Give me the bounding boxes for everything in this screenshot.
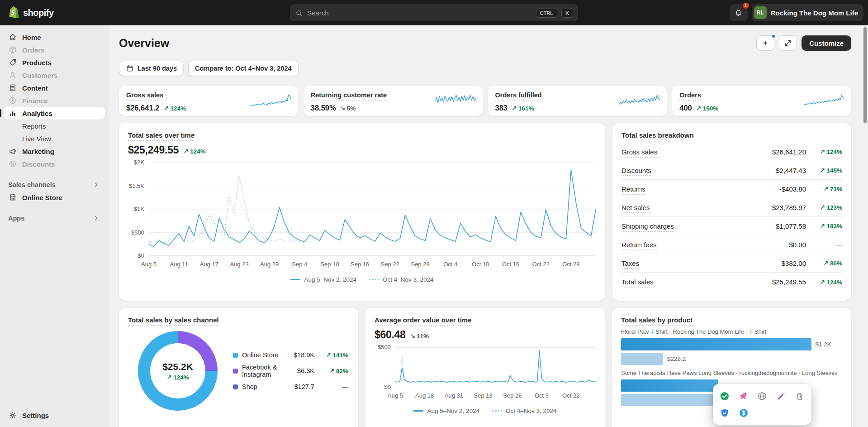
channel-legend-row-shop[interactable]: Shop$127.7— xyxy=(233,383,348,390)
insights-button[interactable] xyxy=(756,35,774,51)
header-actions: Customize xyxy=(756,35,851,51)
total-sales-chart: $2K$1.5K$1K$500$0Aug 5Aug 11Aug 17Aug 23… xyxy=(128,163,596,272)
breakdown-value: $25,249.55 xyxy=(772,278,806,286)
legend-item[interactable]: Oct 4–Nov 3, 2024 xyxy=(492,408,557,414)
sidebar-item-customers[interactable]: Customers xyxy=(4,69,105,82)
sidebar-item-home[interactable]: Home xyxy=(4,31,105,43)
notification-badge: 1 xyxy=(742,2,750,10)
channel-label: Online Store xyxy=(242,351,281,359)
card-title[interactable]: Average order value over time xyxy=(375,316,596,324)
shopify-logo[interactable]: shopify xyxy=(8,6,54,20)
plot-area: Aug 5Aug 18Aug 31Sep 13Sep 26Oct 9Oct 22 xyxy=(395,347,596,403)
legend-item[interactable]: Aug 5–Nov 2, 2024 xyxy=(290,276,356,283)
check-icon[interactable] xyxy=(719,391,730,402)
sidebar-item-orders[interactable]: Orders xyxy=(4,43,105,56)
search-bar[interactable]: Search CTRL K xyxy=(290,5,578,21)
x-axis-label: Sep 4 xyxy=(292,261,307,268)
sidebar-item-live-view[interactable]: Live View xyxy=(4,132,105,145)
donut-total-value: $25.2K xyxy=(162,361,193,372)
total-sales-over-time-card: Total sales over time $25,249.55 ↗ 124% … xyxy=(119,123,605,301)
x-axis-label: Sep 13 xyxy=(474,392,493,399)
breakdown-row-net-sales[interactable]: Net sales$23,789.97↗ 123% xyxy=(621,198,842,217)
bluetooth-icon[interactable] xyxy=(738,408,749,418)
compare-button[interactable]: Compare to: Oct 4–Nov 3, 2024 xyxy=(188,61,299,76)
breakdown-change: ↗ 124% xyxy=(806,278,842,286)
metric-change: ↗ 150% xyxy=(696,105,719,112)
card-title[interactable]: Total sales by sales channel xyxy=(128,316,349,324)
sidebar-item-analytics[interactable]: Analytics xyxy=(4,107,105,120)
channel-label: Shop xyxy=(242,383,281,390)
scrollbar-thumb[interactable] xyxy=(863,27,867,123)
product-name: Some Therapists Have Paws Long Sleeves ·… xyxy=(621,369,842,376)
product-name: Floral Paw T-Shirt · Rocking The Dog Mom… xyxy=(621,328,842,335)
sidebar-item-online-store[interactable]: Online Store xyxy=(4,191,105,204)
legend-item[interactable]: Aug 5–Nov 2, 2024 xyxy=(413,408,479,414)
globe-icon[interactable] xyxy=(757,391,768,402)
metric-card-gross-sales[interactable]: Gross sales$26,641.2↗ 124% xyxy=(119,86,298,116)
breakdown-row-returns[interactable]: Returns-$403.80↗ 71% xyxy=(621,180,842,198)
sales-channels-header[interactable]: Sales channels xyxy=(4,178,105,191)
date-range-button[interactable]: Last 90 days xyxy=(119,61,184,76)
product-bar[interactable] xyxy=(621,379,718,392)
breakdown-row-taxes[interactable]: Taxes$382.00↗ 86% xyxy=(621,254,842,273)
sidebar-item-products[interactable]: Products xyxy=(4,56,105,69)
channel-legend-row-facebook-instagram[interactable]: Facebook & Instagram$6.3K↗ 82% xyxy=(233,364,348,378)
card-title[interactable]: Total sales over time xyxy=(128,131,596,139)
sidebar-item-discounts[interactable]: Discounts xyxy=(4,158,105,170)
sidebar-item-content[interactable]: Content xyxy=(4,82,105,94)
metric-card-returning-customer-rate[interactable]: Returning customer rate38.59%↘ 5% xyxy=(304,86,483,116)
legend-item[interactable]: Oct 4–Nov 3, 2024 xyxy=(369,276,434,283)
channel-swatch xyxy=(233,384,238,389)
sales-channels-label: Sales channels xyxy=(8,181,56,188)
x-axis-label: Sep 22 xyxy=(381,261,399,268)
y-axis: $500$0 xyxy=(375,347,395,387)
channel-value: $127.7 xyxy=(285,383,314,390)
channel-change: ↗ 141% xyxy=(318,351,348,359)
total-sales-stat: $25,249.55 ↗ 124% xyxy=(128,144,596,156)
legend-label: Aug 5–Nov 2, 2024 xyxy=(304,276,356,283)
breakdown-label: Shipping charges xyxy=(621,222,674,232)
channel-legend-row-online-store[interactable]: Online Store$18.9K↗ 141% xyxy=(233,351,348,359)
legend-label: Aug 5–Nov 2, 2024 xyxy=(427,408,479,414)
breakdown-label: Net sales xyxy=(621,204,650,213)
shopify-bag-icon xyxy=(8,6,19,20)
sidebar-item-label: Content xyxy=(22,84,48,92)
trash-icon[interactable] xyxy=(794,391,805,402)
product-bar[interactable] xyxy=(621,394,714,406)
shield-icon[interactable] xyxy=(719,408,730,418)
metric-sparkline xyxy=(250,93,292,111)
breakdown-row-return-fees[interactable]: Return fees$0.00— xyxy=(621,235,842,254)
sidebar-item-settings[interactable]: Settings xyxy=(4,409,105,422)
sidebar-item-label: Discounts xyxy=(22,160,55,168)
customize-button[interactable]: Customize xyxy=(802,35,851,51)
sidebar-item-finance[interactable]: Finance xyxy=(4,94,105,107)
notifications-button[interactable]: 1 xyxy=(730,4,748,21)
x-axis-label: Aug 5 xyxy=(141,261,157,268)
breakdown-row-gross-sales[interactable]: Gross sales$26,641.20↗ 124% xyxy=(621,143,842,161)
card-title-text: Total sales breakdown xyxy=(621,131,694,140)
card-title[interactable]: Total sales by product xyxy=(621,316,842,324)
product-bar[interactable] xyxy=(621,353,663,365)
breakdown-row-discounts[interactable]: Discounts-$2,447.43↗ 145% xyxy=(621,161,842,180)
pencil-icon[interactable] xyxy=(776,391,787,402)
sales-by-channel-card: Total sales by sales channel $25.2K↗ 124… xyxy=(119,308,358,427)
store-menu[interactable]: RL Rocking The Dog Mom Life xyxy=(752,4,863,21)
breakdown-value: $382.00 xyxy=(782,259,806,267)
metric-card-orders[interactable]: Orders400↗ 150% xyxy=(672,86,851,116)
breakdown-value: -$2,447.43 xyxy=(773,167,806,174)
avg-order-value: $60.48 xyxy=(375,329,406,341)
insights-icon xyxy=(761,39,769,47)
x-axis-label: Sep 28 xyxy=(411,261,429,268)
sidebar-item-reports[interactable]: Reports xyxy=(4,120,105,132)
metric-card-orders-fulfilled[interactable]: Orders fulfilled383↗ 161% xyxy=(488,86,667,116)
x-axis-label: Oct 28 xyxy=(562,261,579,268)
sidebar-item-marketing[interactable]: Marketing xyxy=(4,145,105,158)
apps-header[interactable]: Apps xyxy=(4,212,105,225)
breakdown-row-shipping-charges[interactable]: Shipping charges$1,077.58↗ 183% xyxy=(621,217,842,235)
breakdown-row-total-sales[interactable]: Total sales$25,249.55↗ 124% xyxy=(621,273,842,291)
highlight-icon[interactable] xyxy=(738,391,749,402)
x-axis-label: Oct 4 xyxy=(443,261,457,268)
fullscreen-button[interactable] xyxy=(779,35,797,51)
sales-channels-list: Online Store xyxy=(4,191,105,204)
product-bar[interactable] xyxy=(621,338,811,350)
